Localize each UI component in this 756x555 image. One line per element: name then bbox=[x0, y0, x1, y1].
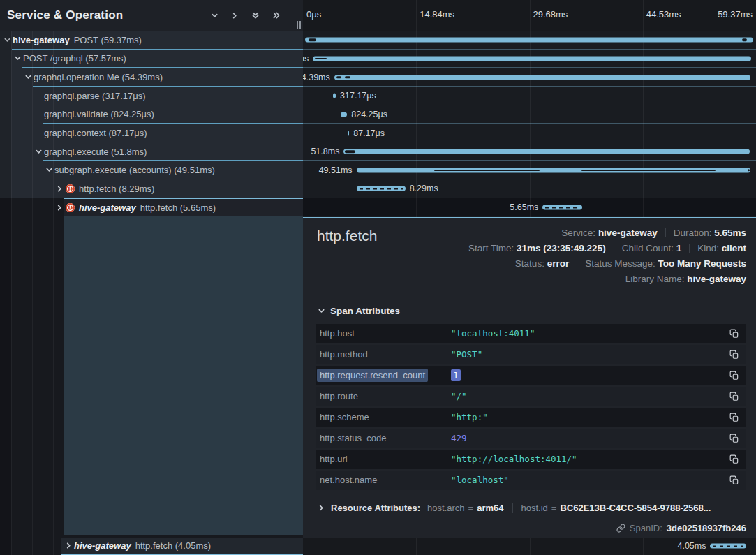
attribute-value: "localhost:4011" bbox=[451, 328, 729, 339]
copy-icon[interactable] bbox=[729, 454, 739, 464]
attribute-row[interactable]: http.url"http://localhost:4011/" bbox=[316, 450, 746, 469]
tree-row[interactable]: graphql.validate (824.25μs) bbox=[0, 105, 303, 124]
timeline-row[interactable]: 317.17μs bbox=[303, 87, 756, 105]
span-bar[interactable] bbox=[542, 205, 581, 210]
attribute-value: 429 bbox=[451, 433, 729, 443]
double-chevron-right-icon[interactable] bbox=[272, 11, 281, 20]
chevron-down-icon[interactable] bbox=[43, 166, 54, 174]
copy-icon[interactable] bbox=[729, 434, 739, 443]
timeline-row[interactable]: 54.39ms bbox=[303, 68, 756, 87]
tree-row[interactable]: subgraph.execute (accounts) (49.51ms) bbox=[0, 161, 303, 179]
chevron-down-icon[interactable] bbox=[33, 148, 44, 156]
attribute-row[interactable]: http.route"/" bbox=[316, 387, 746, 406]
timeline-row[interactable]: 824.25μs bbox=[303, 105, 756, 124]
meta-value: 31ms (23:35:49.225) bbox=[517, 243, 606, 253]
span-tree: hive-gatewayPOST (59.37ms)POST /graphql … bbox=[0, 31, 303, 216]
child-span-mark bbox=[336, 76, 341, 79]
operation-label: graphql.validate (824.25μs) bbox=[44, 109, 154, 119]
span-attributes-header[interactable]: Span Attributes bbox=[317, 304, 746, 318]
tree-row[interactable]: graphql.execute (51.8ms) bbox=[0, 142, 303, 161]
tree-row[interactable]: POST /graphql (57.57ms) bbox=[0, 50, 303, 68]
ruler-tick-label: 14.84ms bbox=[420, 9, 454, 20]
chevron-right-icon[interactable] bbox=[63, 542, 74, 549]
timeline-footer-row: 4.05ms bbox=[303, 538, 756, 555]
copy-icon[interactable] bbox=[729, 329, 739, 339]
meta-label: Status: bbox=[515, 258, 547, 269]
meta-divider bbox=[665, 228, 666, 237]
attribute-value: "POST" bbox=[451, 349, 729, 360]
chevron-down-icon[interactable] bbox=[12, 54, 23, 62]
attribute-row[interactable]: net.host.name"localhost" bbox=[316, 471, 746, 490]
span-bar[interactable] bbox=[357, 186, 406, 191]
span-bar[interactable] bbox=[305, 38, 753, 43]
attribute-key: http.url bbox=[320, 454, 451, 464]
attribute-key: http.host bbox=[320, 328, 451, 339]
span-duration-label: 49.51ms bbox=[319, 165, 353, 175]
copy-icon[interactable] bbox=[729, 413, 739, 422]
meta-label: Status Message: bbox=[585, 258, 658, 269]
tree-row[interactable]: hive-gatewayPOST (59.37ms) bbox=[0, 31, 303, 50]
ruler-tick-label: 59.37ms bbox=[718, 9, 753, 20]
link-icon[interactable] bbox=[616, 524, 625, 533]
meta-value: hive-gateway bbox=[687, 274, 746, 284]
span-attributes-table: http.host"localhost:4011"http.method"POS… bbox=[316, 324, 746, 490]
operation-label: POST /graphql (57.57ms) bbox=[23, 53, 126, 64]
attribute-key: http.request.resend_count bbox=[320, 370, 451, 380]
copy-icon[interactable] bbox=[729, 371, 739, 380]
chevron-right-icon[interactable] bbox=[54, 204, 65, 212]
meta-label: Service: bbox=[561, 228, 598, 238]
resource-attributes-row[interactable]: Resource Attributes:host.arch=arm64host.… bbox=[316, 498, 746, 518]
span-id-label: SpanID: bbox=[630, 523, 662, 533]
tree-row[interactable]: graphql.parse (317.17μs) bbox=[0, 87, 303, 105]
chevron-down-icon[interactable] bbox=[317, 307, 325, 315]
span-id-value: 3de02518937fb246 bbox=[667, 523, 746, 533]
attribute-row[interactable]: http.request.resend_count1 bbox=[316, 366, 746, 385]
timeline-row[interactable]: 59.37ms bbox=[303, 31, 756, 50]
timeline-row[interactable]: 49.51ms bbox=[303, 161, 756, 179]
chevron-right-icon[interactable] bbox=[54, 185, 65, 193]
span-bar[interactable] bbox=[710, 544, 746, 549]
copy-icon[interactable] bbox=[729, 350, 739, 360]
child-span-mark bbox=[345, 76, 350, 79]
attribute-row[interactable]: http.host"localhost:4011" bbox=[316, 324, 746, 343]
attribute-value: "localhost" bbox=[451, 475, 729, 485]
chevron-down-icon[interactable] bbox=[1, 36, 13, 44]
tree-row[interactable]: hive-gatewayhttp.fetch (4.05ms) bbox=[61, 538, 303, 555]
chevron-down-icon[interactable] bbox=[211, 12, 218, 20]
span-duration-label: 51.8ms bbox=[311, 147, 339, 156]
double-chevron-down-icon[interactable] bbox=[251, 11, 260, 20]
timeline-row[interactable]: 57.57ms bbox=[303, 50, 756, 68]
equals-sign: = bbox=[551, 503, 557, 513]
tree-row[interactable]: !hive-gatewayhttp.fetch (5.65ms) bbox=[0, 198, 303, 217]
meta-label: Library Name: bbox=[625, 274, 688, 284]
chevron-right-icon[interactable] bbox=[231, 12, 239, 20]
span-bar[interactable] bbox=[334, 75, 750, 80]
attribute-row[interactable]: http.status_code429 bbox=[316, 429, 746, 448]
timeline-row[interactable]: 87.17μs bbox=[303, 124, 756, 142]
copy-icon[interactable] bbox=[729, 475, 739, 485]
span-bar[interactable] bbox=[313, 56, 751, 61]
chevron-down-icon[interactable] bbox=[22, 73, 34, 81]
meta-label: Child Count: bbox=[622, 243, 676, 253]
tree-row[interactable]: !http.fetch (8.29ms) bbox=[0, 179, 303, 198]
attribute-row[interactable]: http.scheme"http:" bbox=[316, 408, 746, 427]
attribute-row[interactable]: http.method"POST" bbox=[316, 345, 746, 364]
span-bar[interactable] bbox=[343, 149, 750, 154]
timeline-row[interactable]: 8.29ms bbox=[303, 179, 756, 198]
chevron-right-icon[interactable] bbox=[316, 504, 327, 512]
operation-label: http.fetch (4.05ms) bbox=[135, 540, 211, 551]
span-bar[interactable] bbox=[348, 131, 349, 135]
tree-row[interactable]: graphql.context (87.17μs) bbox=[0, 124, 303, 142]
meta-divider bbox=[614, 244, 614, 253]
span-duration-label: 54.39ms bbox=[303, 73, 330, 82]
operation-label: subgraph.execute (accounts) (49.51ms) bbox=[54, 165, 215, 175]
resource-attributes-label: Resource Attributes: bbox=[331, 503, 420, 513]
tree-footer-row: hive-gatewayhttp.fetch (4.05ms) bbox=[0, 538, 303, 555]
timeline-row[interactable]: 5.65ms bbox=[303, 198, 756, 217]
copy-icon[interactable] bbox=[729, 392, 739, 401]
span-bar[interactable] bbox=[333, 94, 336, 98]
tree-row[interactable]: graphql.operation Me (54.39ms) bbox=[0, 68, 303, 87]
timeline-row[interactable]: 51.8ms bbox=[303, 142, 756, 161]
panel-resize-handle[interactable] bbox=[297, 21, 301, 29]
span-bar[interactable] bbox=[341, 112, 347, 117]
